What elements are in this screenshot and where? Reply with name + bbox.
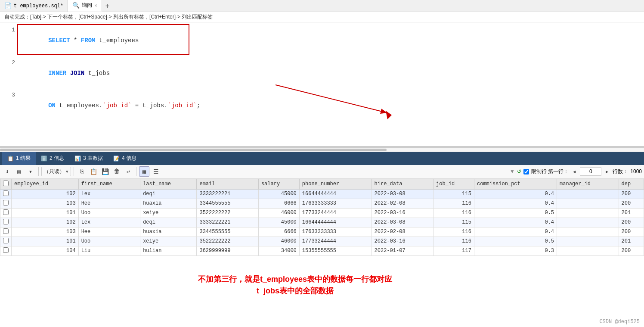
table-row[interactable]: 103Heehuaxia3344555555666617633333333202… (0, 227, 644, 237)
row-checkbox[interactable] (3, 247, 9, 253)
col-job-id[interactable]: job_id (433, 179, 474, 189)
col-phone-number[interactable]: phone_number (299, 179, 372, 189)
cell-salary: 34000 (258, 246, 299, 255)
horizontal-scrollbar[interactable] (0, 148, 644, 152)
col-email[interactable]: email (197, 179, 258, 189)
cell-commission_pct: 0.3 (474, 246, 557, 255)
code-line-2: 2 INNER JOIN t_jobs (0, 57, 644, 90)
col-salary[interactable]: salary (258, 179, 299, 189)
cell-first_name: Liu (78, 246, 140, 255)
row-checkbox-cell (0, 227, 12, 237)
row-checkbox-cell (0, 218, 12, 227)
save-btn[interactable]: 💾 (100, 166, 110, 177)
col-commission-pct[interactable]: commission_pct (474, 179, 557, 189)
table-row[interactable]: 101Uooxeiye35222222224600017733244444202… (0, 208, 644, 218)
col-first-name[interactable]: first_name (78, 179, 140, 189)
cell-last_name: hulian (140, 246, 197, 255)
sql-file-icon: 📄 (4, 2, 12, 9)
grid-btn[interactable]: ▤ (14, 166, 24, 177)
kw-from: FROM (81, 37, 96, 44)
tab-sql-file[interactable]: 📄 t_employees.sql* (0, 0, 68, 12)
col-manager-id[interactable]: manager_id (557, 179, 619, 189)
cell-phone_number: 16644444444 (299, 218, 372, 227)
readonly-label: （只读） ▾ (41, 167, 71, 176)
cell-last_name: huaxia (140, 227, 197, 237)
cell-last_name: xeiye (140, 208, 197, 218)
copy-btn[interactable]: ⎘ (77, 166, 87, 177)
row-checkbox[interactable] (3, 209, 9, 215)
next-page-btn[interactable]: ► (604, 168, 610, 175)
code-content-2: INNER JOIN t_jobs (19, 57, 110, 90)
limit-checkbox[interactable] (523, 169, 529, 174)
result-label: 1 结果 (16, 155, 31, 162)
table-label: 3 表数据 (83, 155, 103, 162)
refresh-icon[interactable]: ↺ (517, 168, 521, 174)
table-row[interactable]: 103Heehuaxia3344555555666617633333333202… (0, 199, 644, 208)
bottom-tab-info2[interactable]: 📝 4 信息 (108, 152, 142, 165)
cell-salary: 46000 (258, 208, 299, 218)
table-header-row: employee_id first_name last_name email s… (0, 179, 644, 189)
first-row-input[interactable] (580, 167, 601, 176)
table-row[interactable]: 101Uooxeiye35222222224600017733244444202… (0, 237, 644, 246)
delete-btn[interactable]: 🗑 (111, 166, 122, 177)
col-last-name[interactable]: last_name (140, 179, 197, 189)
row-checkbox[interactable] (3, 219, 9, 224)
txt-table1: t_employees (95, 37, 139, 44)
info2-icon: 📝 (113, 156, 120, 162)
data-table-container[interactable]: employee_id first_name last_name email s… (0, 179, 644, 256)
result-icon: 📋 (7, 156, 14, 162)
row-checkbox[interactable] (3, 238, 9, 243)
cell-commission_pct: 0.4 (474, 199, 557, 208)
cell-employee_id: 102 (12, 189, 79, 199)
row-checkbox-cell (0, 208, 12, 218)
col-checkbox (0, 179, 12, 189)
cell-salary: 46000 (258, 237, 299, 246)
cell-employee_id: 103 (12, 199, 79, 208)
select-all-checkbox[interactable] (3, 181, 9, 186)
dropdown-btn[interactable]: ▾ (25, 166, 36, 177)
tab-add-button[interactable]: + (102, 2, 113, 10)
info1-icon: ℹ️ (41, 156, 47, 162)
bottom-tab-table[interactable]: 📊 3 表数据 (69, 152, 108, 165)
code-editor[interactable]: 1 SELECT * FROM t_employees 2 INNER JOIN… (0, 22, 644, 148)
paste-btn[interactable]: 📋 (88, 166, 99, 177)
tab-close-icon[interactable]: ✕ (94, 3, 97, 8)
table-row[interactable]: 104Liuhulian3629999999340001535555555520… (0, 246, 644, 255)
grid-view-btn[interactable]: ▦ (139, 166, 149, 177)
export-btn[interactable]: ⬇ (2, 166, 12, 177)
cell-email: 3344555555 (197, 199, 258, 208)
query-icon: 🔍 (72, 2, 80, 9)
list-view-btn[interactable]: ☰ (151, 166, 161, 177)
row-checkbox[interactable] (3, 200, 9, 206)
row-checkbox[interactable] (3, 190, 9, 196)
table-row[interactable]: 102Lexdeqi333322222145000166444444442022… (0, 218, 644, 227)
refresh-btn[interactable]: ↩ (123, 166, 133, 177)
cell-job_id: 117 (433, 246, 474, 255)
annotation-line2: t_jobs表中的全部数据 (198, 285, 392, 297)
annotation-line1: 不加第三行，就是t_employees表中的数据每一行都对应 (198, 274, 392, 285)
info1-label: 2 信息 (50, 155, 64, 162)
row-checkbox[interactable] (3, 228, 9, 234)
cell-phone_number: 15355555555 (299, 246, 372, 255)
table-icon: 📊 (74, 156, 81, 162)
row-count-value: 1000 (630, 168, 642, 174)
tab-query[interactable]: 🔍 询问 ✕ (68, 0, 102, 12)
cell-email: 3522222222 (197, 237, 258, 246)
bottom-tab-result[interactable]: 📋 1 结果 (2, 152, 36, 165)
filter-section: ▼ ↺ 限制行 第一行： ◄ ► 行数： 1000 (510, 167, 642, 176)
prev-page-btn[interactable]: ◄ (571, 168, 578, 175)
cell-commission_pct: 0.4 (474, 218, 557, 227)
bottom-tab-info1[interactable]: ℹ️ 2 信息 (36, 152, 69, 165)
cell-hire_data: 2022-03-16 (372, 208, 433, 218)
cell-dep: 201 (619, 237, 644, 246)
col-employee-id[interactable]: employee_id (12, 179, 79, 189)
dropdown-arrow[interactable]: ▾ (66, 169, 68, 174)
col-hire-data[interactable]: hire_data (372, 179, 433, 189)
tab-sql-label: t_employees.sql* (14, 3, 63, 9)
cell-commission_pct: 0.5 (474, 237, 557, 246)
table-row[interactable]: 102Lexdeqi333322222145000166444444442022… (0, 189, 644, 199)
col-dep[interactable]: dep (619, 179, 644, 189)
limit-label: 限制行 第一行： (531, 168, 569, 175)
watermark: CSDN @deqi525 (599, 319, 640, 325)
cell-email: 3629999999 (197, 246, 258, 255)
